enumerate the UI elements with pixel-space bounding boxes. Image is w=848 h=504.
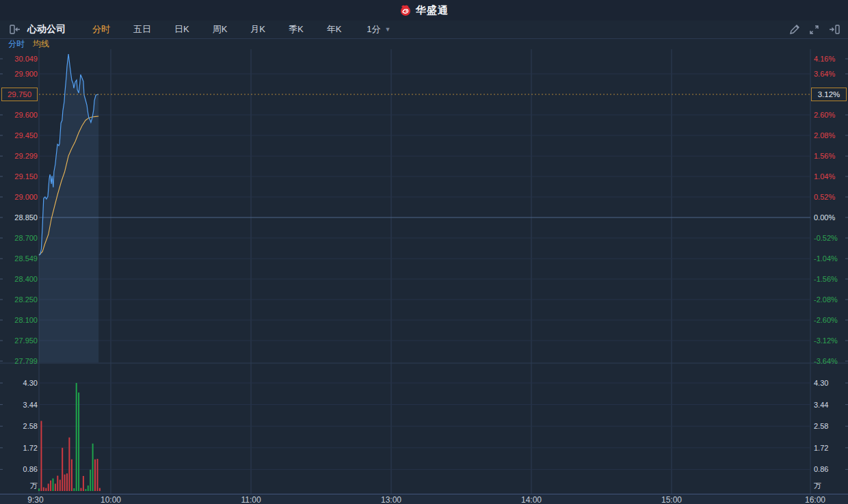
time-tick: 9:30 xyxy=(15,495,56,504)
period-tab-5[interactable]: 季K xyxy=(289,23,304,36)
volume-bar xyxy=(62,448,63,491)
current-change-badge: 3.12% xyxy=(811,88,847,101)
percent-tick: -3.64% xyxy=(814,356,838,366)
percent-tick: 4.16% xyxy=(814,54,835,64)
volume-bar xyxy=(83,476,84,491)
volume-tick: 4.30 xyxy=(814,378,828,388)
collapse-panel-icon[interactable] xyxy=(10,25,21,34)
volume-bar xyxy=(64,475,66,491)
volume-tick: 3.44 xyxy=(814,400,828,410)
volume-bar xyxy=(78,393,79,491)
price-tick: 29.299 xyxy=(0,151,38,161)
price-tick: 28.549 xyxy=(0,254,38,263)
volume-bar xyxy=(59,480,61,492)
volume-bar xyxy=(45,488,47,491)
period-tab-4[interactable]: 月K xyxy=(250,23,265,36)
volume-bar xyxy=(76,383,77,491)
volume-bar xyxy=(68,438,70,491)
dock-right-icon[interactable] xyxy=(829,25,840,34)
price-tick: 29.450 xyxy=(0,131,38,140)
price-tick: 29.600 xyxy=(0,110,38,120)
price-tick: 27.799 xyxy=(0,356,38,366)
current-price-badge: 29.750 xyxy=(1,88,38,101)
percent-tick: -1.56% xyxy=(814,274,838,284)
percent-tick: -3.12% xyxy=(814,336,838,345)
time-tick: 15:00 xyxy=(651,495,692,504)
percent-tick: -2.08% xyxy=(814,295,838,304)
price-area-fill xyxy=(39,54,98,362)
volume-bar xyxy=(43,488,44,492)
period-tab-0[interactable]: 分时 xyxy=(92,23,110,36)
time-tick: 10:00 xyxy=(90,495,131,504)
volume-unit: 万 xyxy=(0,481,38,490)
volume-tick: 0.86 xyxy=(814,464,828,474)
period-tab-3[interactable]: 周K xyxy=(213,23,228,36)
price-tick: 28.100 xyxy=(0,315,38,325)
volume-tick: 0.86 xyxy=(0,464,38,474)
titlebar: 华盛通 xyxy=(0,0,848,21)
chart-toolbar: 心动公司 分时五日日K周K月K季K年K 1分 ▼ xyxy=(0,21,848,39)
price-tick: 29.150 xyxy=(0,172,38,181)
volume-bar xyxy=(97,459,98,491)
volume-bar xyxy=(53,479,54,491)
price-tick: 28.700 xyxy=(0,233,38,243)
time-tick: 11:00 xyxy=(230,495,271,504)
interval-selector[interactable]: 1分 ▼ xyxy=(367,23,390,36)
price-tick: 29.000 xyxy=(0,192,38,202)
app-title: 华盛通 xyxy=(416,4,449,17)
volume-bar xyxy=(57,476,58,491)
price-tick: 29.900 xyxy=(0,69,38,79)
volume-bar xyxy=(88,486,89,491)
volume-tick: 1.72 xyxy=(814,443,828,453)
price-tick: 28.400 xyxy=(0,274,38,284)
volume-unit: 万 xyxy=(814,481,821,490)
stock-name[interactable]: 心动公司 xyxy=(27,23,66,36)
volume-bar xyxy=(92,444,94,491)
time-axis: 9:3010:0011:0013:0014:0015:0016:00 xyxy=(0,494,848,504)
volume-tick: 2.58 xyxy=(814,421,828,431)
percent-tick: 1.04% xyxy=(814,172,835,181)
percent-tick: 0.00% xyxy=(814,213,835,222)
period-tab-2[interactable]: 日K xyxy=(174,23,189,36)
volume-bar xyxy=(38,488,40,491)
percent-tick: -2.60% xyxy=(814,315,838,325)
period-tab-1[interactable]: 五日 xyxy=(133,23,151,36)
volume-bar xyxy=(55,483,56,491)
chevron-down-icon: ▼ xyxy=(385,26,391,33)
volume-bar xyxy=(85,489,86,491)
period-tab-6[interactable]: 年K xyxy=(327,23,342,36)
price-tick: 28.850 xyxy=(0,213,38,222)
legend-item-0[interactable]: 分时 xyxy=(8,39,25,49)
legend-item-1[interactable]: 均线 xyxy=(33,39,49,49)
time-tick: 16:00 xyxy=(795,495,836,504)
volume-bar xyxy=(50,481,51,491)
volume-bar xyxy=(48,483,49,491)
period-tabs: 分时五日日K周K月K季K年K xyxy=(81,23,353,36)
series-legend: 分时均线 xyxy=(0,39,848,49)
intraday-chart-canvas[interactable] xyxy=(0,0,848,494)
volume-bar xyxy=(99,488,101,491)
edit-drawing-icon[interactable] xyxy=(789,25,799,35)
fullscreen-icon[interactable] xyxy=(809,25,819,35)
volume-tick: 1.72 xyxy=(0,443,38,453)
volume-bar xyxy=(81,488,82,491)
volume-bar xyxy=(40,421,42,492)
price-tick: 30.049 xyxy=(0,54,38,64)
volume-bar xyxy=(90,470,91,491)
volume-bar xyxy=(71,460,72,491)
app-logo-icon xyxy=(399,4,412,16)
percent-tick: 0.52% xyxy=(814,192,835,202)
volume-bar xyxy=(94,460,96,491)
time-tick: 14:00 xyxy=(511,495,552,504)
time-tick: 13:00 xyxy=(371,495,412,504)
volume-tick: 2.58 xyxy=(0,421,38,431)
percent-tick: 2.60% xyxy=(814,110,835,120)
volume-tick: 3.44 xyxy=(0,400,38,410)
volume-tick: 4.30 xyxy=(0,378,38,388)
volume-bar xyxy=(73,488,75,491)
volume-bar xyxy=(66,473,68,491)
percent-tick: -0.52% xyxy=(814,233,838,243)
percent-tick: -1.04% xyxy=(814,254,838,263)
percent-tick: 2.08% xyxy=(814,131,835,140)
interval-value: 1分 xyxy=(367,23,380,36)
